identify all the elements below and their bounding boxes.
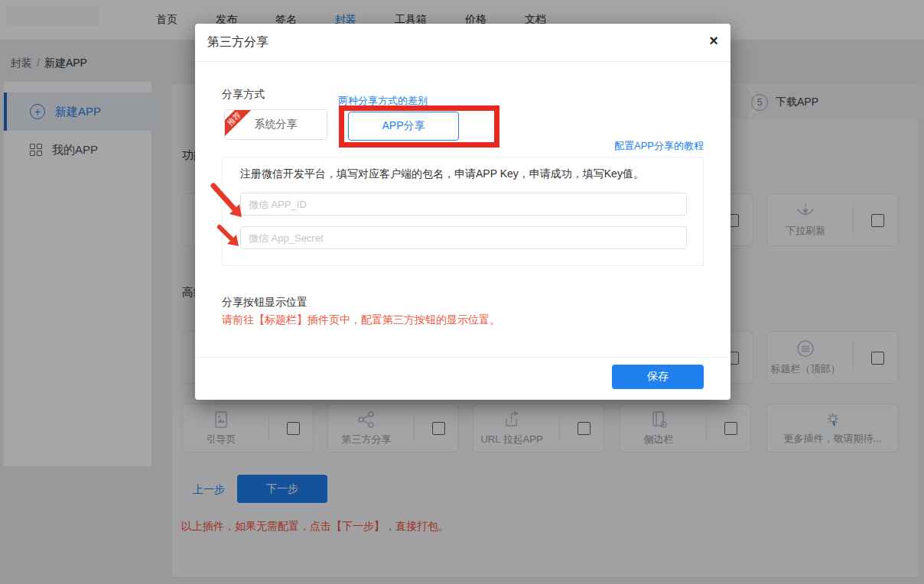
save-button[interactable]: 保存 [612,365,704,389]
third-party-share-modal: 第三方分享 × 分享方式 两种分享方式的差别 推荐 系统分享 APP分享 配置A… [195,24,730,400]
system-share-label: 系统分享 [255,118,298,131]
close-icon[interactable]: × [709,33,718,48]
wechat-appid-input[interactable] [240,193,687,216]
modal-footer-divider [195,357,730,358]
modal-header: 第三方分享 × [195,24,730,62]
modal-title: 第三方分享 [207,34,268,50]
share-button-position-note: 请前往【标题栏】插件页中，配置第三方按钮的显示位置。 [222,313,500,327]
recommend-ribbon: 推荐 [224,109,255,140]
share-button-position-label: 分享按钮显示位置 [222,296,307,310]
app-share-tutorial-link[interactable]: 配置APP分享的教程 [614,139,704,153]
system-share-tab[interactable]: 推荐 系统分享 [224,109,327,140]
wechat-instruction: 注册微信开发平台，填写对应客户端的包名，申请APP Key，申请成功，填写Key… [240,167,644,181]
wechat-config-box: 注册微信开发平台，填写对应客户端的包名，申请APP Key，申请成功，填写Key… [222,157,704,266]
share-method-label: 分享方式 [222,88,265,102]
wechat-secret-input[interactable] [240,226,687,249]
annotation-highlight-box [339,105,499,148]
